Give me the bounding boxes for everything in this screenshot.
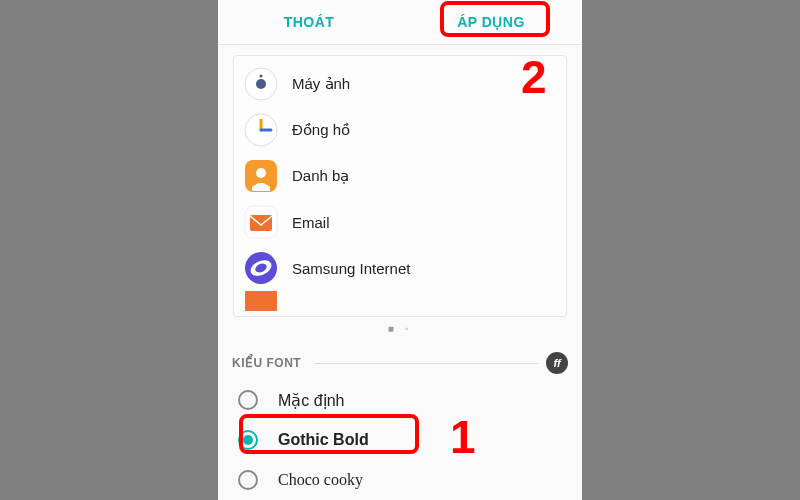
font-label: Gothic Bold bbox=[278, 431, 369, 449]
font-label: Choco cooky bbox=[278, 471, 363, 489]
svg-point-1 bbox=[256, 79, 266, 89]
app-label: Máy ảnh bbox=[292, 75, 350, 93]
app-label: Đồng hồ bbox=[292, 121, 350, 139]
contacts-icon bbox=[244, 159, 278, 193]
unknown-icon bbox=[244, 291, 278, 311]
page-indicator: ■ ◦ bbox=[218, 317, 582, 344]
svg-point-2 bbox=[260, 75, 263, 78]
app-row-clock[interactable]: Đồng hồ bbox=[234, 107, 566, 153]
section-title: KIỂU FONT bbox=[232, 356, 307, 370]
apply-button[interactable]: ÁP DỤNG bbox=[400, 0, 582, 44]
clock-icon bbox=[244, 113, 278, 147]
font-store-icon[interactable]: ff bbox=[546, 352, 568, 374]
radio-unchecked-icon bbox=[238, 390, 258, 410]
radio-checked-icon bbox=[238, 430, 258, 450]
app-row-contacts[interactable]: Danh bạ bbox=[234, 153, 566, 199]
svg-point-5 bbox=[256, 168, 266, 178]
internet-icon bbox=[244, 251, 278, 285]
app-label: Samsung Internet bbox=[292, 260, 410, 277]
app-row-email[interactable]: Email bbox=[234, 199, 566, 245]
font-option-gothic-bold[interactable]: Gothic Bold bbox=[218, 420, 582, 460]
top-action-bar: THOÁT ÁP DỤNG bbox=[218, 0, 582, 45]
radio-unchecked-icon bbox=[238, 470, 258, 490]
app-label: Danh bạ bbox=[292, 167, 349, 185]
font-option-choco-cooky[interactable]: Choco cooky bbox=[218, 460, 582, 490]
app-row-camera[interactable]: Máy ảnh bbox=[234, 61, 566, 107]
app-row-internet[interactable]: Samsung Internet bbox=[234, 245, 566, 291]
email-icon bbox=[244, 205, 278, 239]
app-label: Email bbox=[292, 214, 330, 231]
divider bbox=[315, 363, 539, 364]
font-label: Mặc định bbox=[278, 391, 344, 410]
exit-button[interactable]: THOÁT bbox=[218, 0, 400, 44]
svg-rect-11 bbox=[245, 291, 277, 311]
preview-app-list: Máy ảnh Đồng hồ Danh bạ bbox=[233, 55, 567, 317]
app-row-partial bbox=[234, 291, 566, 311]
font-settings-screen: THOÁT ÁP DỤNG Máy ảnh Đồng hồ bbox=[218, 0, 582, 500]
camera-icon bbox=[244, 67, 278, 101]
svg-rect-7 bbox=[250, 215, 272, 231]
font-option-default[interactable]: Mặc định bbox=[218, 380, 582, 420]
font-section-header: KIỂU FONT ff bbox=[218, 344, 582, 380]
